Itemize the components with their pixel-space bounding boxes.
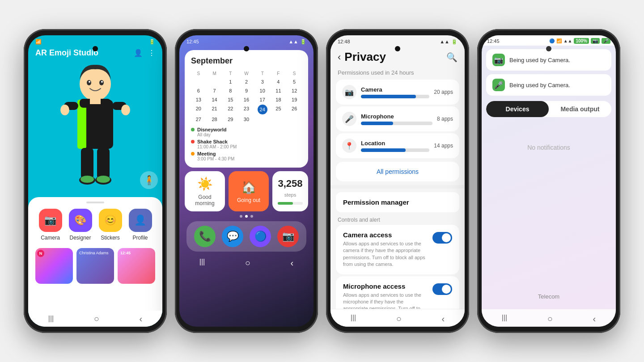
back-icon[interactable]: ‹ <box>338 51 341 63</box>
privacy-title: Privacy <box>344 50 386 64</box>
mic-bar-container <box>361 122 432 125</box>
cal-day: 8 <box>223 87 238 95</box>
dock-camera[interactable]: 📷 <box>277 226 299 247</box>
cal-day: 2 <box>239 78 254 86</box>
event-2-title: Shake Shack <box>197 139 237 144</box>
phone-1: 📶 🔋 AR Emoji Studio 👤 ⋮ <box>24 29 167 333</box>
mic-permission[interactable]: 🎤 Microphone 8 apps <box>336 106 459 131</box>
designer-item[interactable]: 🎨 Designer <box>69 209 92 241</box>
cal-day: 29 <box>223 115 238 123</box>
all-permissions-btn[interactable]: All permissions <box>336 162 459 181</box>
svg-point-1 <box>87 80 91 85</box>
punch-hole-2 <box>244 46 249 51</box>
cal-day: 4 <box>271 78 286 86</box>
phone1-statusbar: 📶 🔋 <box>28 35 162 46</box>
camera-access-toggle[interactable]: Camera access Allows apps and services t… <box>336 225 459 274</box>
camera-label: Camera <box>41 235 60 241</box>
steps-fill <box>278 202 293 205</box>
nav-home-icon[interactable]: ○ <box>94 314 99 324</box>
thumbnail-2[interactable]: Christina Adams <box>76 248 114 284</box>
add-user-icon[interactable]: 👤 <box>134 49 143 57</box>
camera-toggle-switch[interactable] <box>432 232 452 244</box>
calendar-widget[interactable]: September S M T W T F S 1 2 3 4 5 <box>185 50 308 168</box>
nav4-home[interactable]: ○ <box>547 314 553 324</box>
thumbnail-1[interactable]: N <box>35 248 73 284</box>
phone3-signal: ▲▲ <box>440 39 449 45</box>
weather-widget[interactable]: ☀️ Good morning <box>185 171 225 211</box>
cal-day: 16 <box>239 96 254 104</box>
cal-day: 18 <box>271 96 286 104</box>
tab-devices[interactable]: Devices <box>486 101 549 117</box>
camera-toggle-knob <box>442 233 451 242</box>
home-dots <box>179 215 314 218</box>
nav2-back[interactable]: ‹ <box>291 258 294 268</box>
cal-header-t1: T <box>223 70 238 77</box>
thumbnail-3[interactable]: 12:45 <box>118 248 155 284</box>
camera-perm-icon: 📷 <box>342 85 356 99</box>
steps-widget[interactable]: 3,258 steps <box>272 171 308 211</box>
nav4-back[interactable]: ‹ <box>593 314 596 324</box>
mic-bar <box>361 122 393 125</box>
notif-card-2[interactable]: 🎤 Being used by Camera. <box>486 74 611 96</box>
nav2-home[interactable]: ○ <box>245 258 250 268</box>
profile-icon-circle: 👤 <box>129 209 152 232</box>
camera-item[interactable]: 📷 Camera <box>39 209 62 241</box>
nav2-recent[interactable]: ||| <box>199 258 205 268</box>
punch-hole-4 <box>546 46 551 51</box>
camera-active-indicator: 📷 <box>591 38 600 44</box>
search-icon[interactable]: 🔍 <box>446 52 458 63</box>
location-permission[interactable]: 📍 Location 14 apps <box>336 133 459 158</box>
designer-label: Designer <box>69 235 91 241</box>
location-bar <box>361 148 406 152</box>
camera-access-desc: Allows apps and services to use the came… <box>343 240 429 268</box>
event-3-time: 3:00 PM - 4:30 PM <box>197 156 234 161</box>
mic-count: 8 apps <box>437 116 453 122</box>
svg-point-10 <box>60 105 69 115</box>
cal-day: 23 <box>239 105 254 114</box>
punch-hole-3 <box>395 46 400 51</box>
permission-manager-item[interactable]: Permission manager <box>336 192 459 212</box>
mic-toggle-switch[interactable] <box>432 283 452 295</box>
thumb3-time: 12:45 <box>118 248 155 258</box>
phone3-navbar: ||| ○ ‹ <box>330 309 465 327</box>
location-perm-icon: 📍 <box>342 139 356 153</box>
routine-widget[interactable]: 🏠 Going out <box>229 171 269 211</box>
mic-toggle-knob <box>442 285 451 294</box>
camera-permission[interactable]: 📷 Camera 20 apps <box>336 80 459 105</box>
profile-item[interactable]: 👤 Profile <box>129 209 152 241</box>
permission-manager-title: Permission manager <box>343 198 452 206</box>
mic-perm-icon: 🎤 <box>342 112 356 126</box>
nav3-back[interactable]: ‹ <box>442 314 445 324</box>
cal-day: 27 <box>191 115 206 123</box>
nav3-recent[interactable]: ||| <box>351 314 356 324</box>
mic-perm-content: Microphone <box>361 113 432 125</box>
phone2-battery: 🔋 <box>300 39 306 45</box>
location-perm-name: Location <box>361 140 429 147</box>
notif-card-1[interactable]: 📷 Being used by Camera. <box>486 49 611 71</box>
nav-back-icon[interactable]: ‹ <box>140 314 143 324</box>
calendar-month: September <box>191 56 302 66</box>
phone1-header-icons: 👤 ⋮ <box>134 49 155 57</box>
nav4-recent[interactable]: ||| <box>502 314 507 324</box>
camera-count: 20 apps <box>434 89 453 95</box>
stickers-item[interactable]: 😊 Stickers <box>99 209 122 241</box>
phone4-statusbar: 12:45 🔵 📶 ▲▲ 100% 📷 🎤 <box>482 35 616 46</box>
dock-messages[interactable]: 💬 <box>222 226 243 247</box>
notif-2-text: Being used by Camera. <box>509 82 570 88</box>
ar-icon[interactable]: 🧍 <box>140 171 158 189</box>
dock-bixby[interactable]: 🔵 <box>250 226 271 247</box>
nav3-home[interactable]: ○ <box>396 314 402 324</box>
camera-bar <box>361 95 416 98</box>
svg-rect-12 <box>81 148 93 179</box>
profile-label: Profile <box>132 235 148 241</box>
more-options-icon[interactable]: ⋮ <box>148 49 155 57</box>
calendar-grid: S M T W T F S 1 2 3 4 5 6 <box>191 70 302 123</box>
notif-1-text: Being used by Camera. <box>509 57 570 63</box>
nav-recent-icon[interactable]: ||| <box>48 315 54 323</box>
tab-media-output[interactable]: Media output <box>549 101 611 117</box>
notif-badge: N <box>37 250 44 257</box>
punch-hole-1 <box>93 46 98 51</box>
location-perm-content: Location <box>361 140 429 152</box>
camera-access-content: Camera access Allows apps and services t… <box>343 231 429 268</box>
dock-phone[interactable]: 📞 <box>194 226 216 247</box>
